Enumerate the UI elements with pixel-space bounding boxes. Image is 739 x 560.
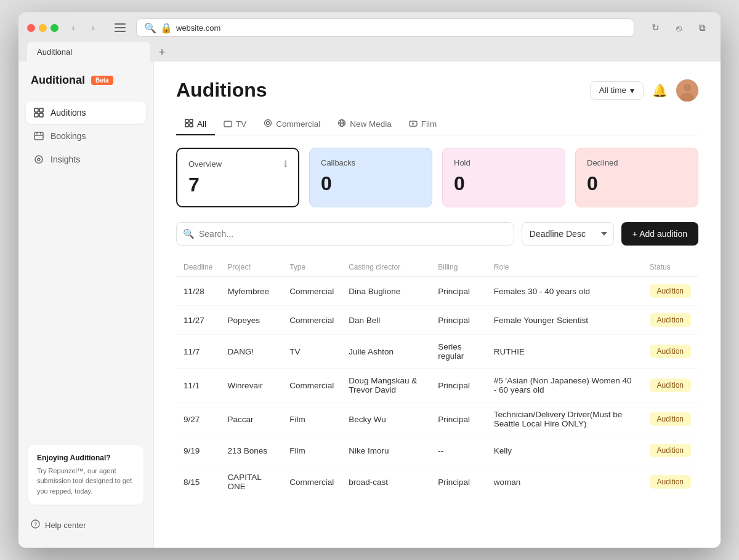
cell-type-5: Film — [282, 436, 341, 465]
insights-nav-icon — [33, 154, 44, 164]
table-row[interactable]: 9/19 213 Bones Film Nike Imoru -- Kelly … — [176, 436, 698, 465]
cell-role-6: woman — [487, 465, 642, 499]
sidebar-item-insights[interactable]: Insights — [26, 148, 146, 170]
stat-card-declined[interactable]: Declined 0 — [575, 148, 698, 207]
table-row[interactable]: 11/28 Myfembree Commercial Dina Buglione… — [176, 277, 698, 306]
stat-card-declined-label: Declined — [587, 158, 618, 167]
col-project: Project — [220, 258, 282, 277]
table-row[interactable]: 11/1 Winrevair Commercial Doug Mangskau … — [176, 369, 698, 402]
svg-rect-6 — [39, 113, 43, 117]
tab-new-media[interactable]: New Media — [329, 114, 400, 135]
tab-film[interactable]: Film — [400, 114, 446, 135]
stat-card-callbacks-label: Callbacks — [321, 158, 355, 167]
active-tab[interactable]: Auditional — [27, 42, 150, 62]
refresh-button[interactable]: ↻ — [645, 20, 665, 36]
svg-rect-2 — [115, 31, 126, 32]
svg-rect-4 — [39, 108, 43, 112]
status-badge: Audition — [650, 378, 691, 392]
cell-deadline-3: 11/1 — [176, 369, 220, 402]
cell-role-4: Technician/Delivery Driver(Must be Seatt… — [487, 402, 642, 436]
tabs-button[interactable]: ⧉ — [692, 20, 712, 36]
add-audition-button[interactable]: + Add audition — [621, 222, 698, 246]
cell-type-3: Commercial — [282, 369, 341, 402]
table-row[interactable]: 11/7 DANG! TV Julie Ashton Series regula… — [176, 335, 698, 369]
bookings-nav-icon — [33, 131, 44, 141]
cell-status-3: Audition — [642, 369, 698, 402]
minimize-button[interactable] — [39, 24, 47, 32]
main-content: Auditions All time ▾ 🔔 — [154, 62, 721, 548]
url-text: website.com — [176, 23, 220, 33]
stat-card-overview-value: 7 — [188, 174, 287, 196]
col-role: Role — [487, 258, 642, 277]
sidebar-item-auditions[interactable]: Auditions — [26, 102, 146, 124]
table-row[interactable]: 9/27 Paccar Film Becky Wu Principal Tech… — [176, 402, 698, 436]
svg-rect-21 — [190, 124, 193, 127]
col-deadline: Deadline — [176, 258, 220, 277]
sort-select[interactable]: Deadline Desc Deadline Asc Project A-Z — [522, 222, 614, 246]
tab-tv[interactable]: TV — [215, 114, 255, 135]
new-tab-button[interactable]: + — [153, 43, 171, 62]
cell-status-4: Audition — [642, 402, 698, 436]
cell-billing-4: Principal — [430, 402, 487, 436]
search-icon: 🔍 — [183, 228, 195, 239]
col-status: Status — [642, 258, 698, 277]
cell-status-1: Audition — [642, 306, 698, 335]
avatar[interactable] — [676, 79, 698, 102]
stat-card-hold[interactable]: Hold 0 — [442, 148, 565, 207]
table-row[interactable]: 11/27 Popeyes Commercial Dan Bell Princi… — [176, 306, 698, 335]
header-actions: All time ▾ 🔔 — [590, 79, 698, 102]
info-icon: ℹ — [284, 159, 287, 169]
tab-new-media-icon — [337, 119, 346, 129]
cell-role-2: RUTHIE — [487, 335, 642, 369]
stat-card-callbacks-value: 0 — [321, 172, 421, 195]
stat-card-overview-label: Overview — [188, 159, 222, 169]
table-header: Deadline Project Type Casting director B… — [176, 258, 698, 277]
stat-card-declined-header: Declined — [587, 158, 687, 167]
cell-billing-2: Series regular — [430, 335, 487, 369]
tab-commercial[interactable]: Commercial — [255, 114, 329, 135]
cell-type-1: Commercial — [282, 306, 341, 335]
address-bar[interactable]: 🔍 🔒 website.com — [136, 18, 634, 37]
notification-button[interactable]: 🔔 — [652, 83, 668, 98]
stat-card-overview[interactable]: Overview ℹ 7 — [176, 148, 299, 207]
back-button[interactable]: ‹ — [65, 20, 82, 36]
svg-rect-5 — [34, 113, 38, 117]
svg-rect-22 — [224, 121, 232, 127]
time-filter-dropdown[interactable]: All time ▾ — [590, 81, 644, 100]
cell-billing-6: Principal — [430, 465, 487, 499]
tab-film-icon — [409, 119, 418, 129]
svg-point-23 — [265, 120, 272, 127]
status-badge: Audition — [650, 313, 691, 327]
search-input[interactable] — [176, 222, 514, 246]
svg-point-11 — [35, 156, 42, 163]
stat-card-callbacks[interactable]: Callbacks 0 — [309, 148, 432, 207]
tab-all[interactable]: All — [176, 114, 215, 135]
cell-casting-director-6: broad-cast — [341, 465, 430, 499]
forward-button[interactable]: › — [84, 20, 102, 36]
filter-tabs: All TV Commercial — [176, 114, 698, 135]
browser-chrome: ‹ › 🔍 🔒 website.com ↻ ⎋ ⧉ Auditional + — [18, 12, 721, 62]
stat-cards: Overview ℹ 7 Callbacks 0 Hold 0 — [176, 148, 698, 207]
tab-tv-label: TV — [236, 119, 246, 129]
help-center-item[interactable]: ? Help center — [28, 514, 143, 535]
cell-deadline-2: 11/7 — [176, 335, 220, 369]
svg-rect-0 — [115, 23, 126, 25]
table-row[interactable]: 8/15 CAPITAL ONE Commercial broad-cast P… — [176, 465, 698, 499]
sidebar-toggle-button[interactable] — [110, 20, 130, 36]
stat-card-hold-value: 0 — [454, 172, 554, 195]
sidebar: Auditional Beta Auditions Bookings — [18, 62, 154, 548]
cell-status-2: Audition — [642, 335, 698, 369]
cell-casting-director-2: Julie Ashton — [341, 335, 430, 369]
share-button[interactable]: ⎋ — [669, 20, 689, 36]
svg-point-16 — [684, 84, 691, 91]
svg-rect-1 — [115, 27, 126, 28]
cell-type-2: TV — [282, 335, 341, 369]
tab-film-label: Film — [421, 119, 437, 129]
cell-type-6: Commercial — [282, 465, 341, 499]
sidebar-item-bookings[interactable]: Bookings — [26, 125, 146, 147]
cell-billing-5: -- — [430, 436, 487, 465]
bell-icon: 🔔 — [652, 84, 668, 97]
close-button[interactable] — [27, 24, 35, 32]
stat-card-hold-label: Hold — [454, 158, 470, 167]
maximize-button[interactable] — [50, 24, 59, 32]
